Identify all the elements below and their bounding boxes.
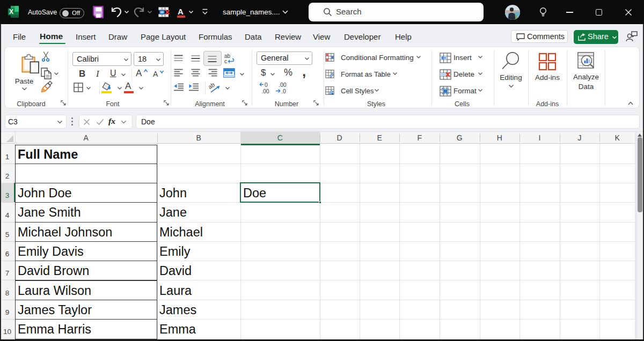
svg-text:0: 0 [265, 81, 268, 88]
svg-text:.00: .00 [279, 81, 287, 88]
svg-text:.0: .0 [281, 88, 286, 94]
svg-text:X: X [9, 8, 13, 16]
svg-text:.00: .00 [261, 88, 269, 94]
svg-text:c: c [224, 58, 227, 64]
